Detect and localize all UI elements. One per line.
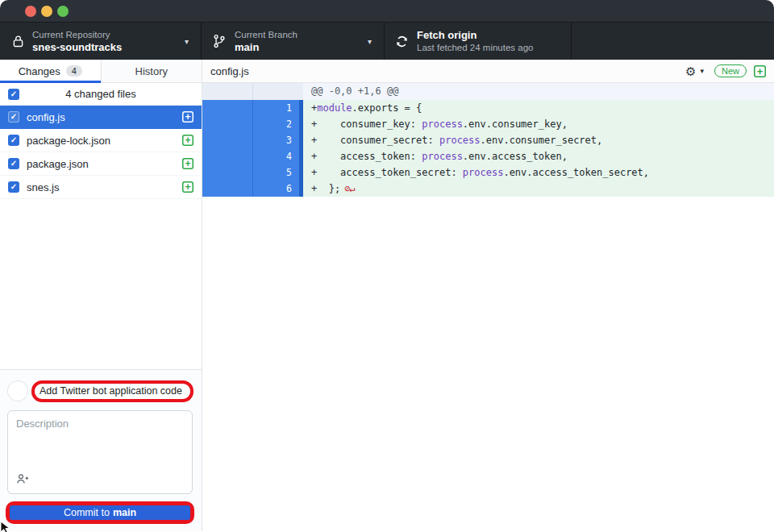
commit-summary-input[interactable] bbox=[35, 385, 190, 397]
sidebar: Changes 4 History ✓ 4 changed files ✓ co… bbox=[0, 60, 202, 531]
file-checkbox[interactable]: ✓ bbox=[8, 135, 19, 146]
diff-line-gutter[interactable]: 3 bbox=[202, 132, 303, 148]
file-name: snes.js bbox=[27, 181, 175, 193]
diff-line-gutter[interactable]: 1 bbox=[202, 100, 303, 116]
file-checkbox[interactable]: ✓ bbox=[8, 181, 19, 193]
checkmark-icon: ✓ bbox=[10, 160, 17, 168]
sidebar-tabs: Changes 4 History bbox=[0, 60, 202, 83]
commit-button-label: Commit to bbox=[64, 507, 110, 518]
changes-count-badge: 4 bbox=[66, 65, 82, 77]
files-header: ✓ 4 changed files bbox=[0, 83, 202, 106]
select-all-checkbox[interactable]: ✓ bbox=[8, 89, 19, 100]
repository-name: snes-soundtracks bbox=[32, 41, 185, 53]
diff-line-code: + consumer_key: process.env.consumer_key… bbox=[303, 116, 774, 132]
annotation-highlight-commit-button: Commit to main bbox=[6, 501, 194, 524]
commit-button-branch: main bbox=[113, 507, 136, 518]
line-number: 1 bbox=[253, 100, 299, 116]
diff-line-gutter[interactable]: 2 bbox=[202, 116, 303, 132]
tab-history[interactable]: History bbox=[101, 60, 202, 82]
zoom-button[interactable] bbox=[57, 6, 69, 17]
diff-line-code: +module.exports = { bbox=[303, 100, 774, 116]
toolbar: Current Repository snes-soundtracks ▾ Cu… bbox=[0, 23, 774, 60]
hunk-header-row: @@ -0,0 +1,6 @@ bbox=[202, 83, 774, 100]
file-row[interactable]: ✓ package-lock.json + bbox=[0, 129, 202, 152]
file-status-added-icon: + bbox=[182, 158, 194, 169]
file-tabbar: config.js ⚙ ▾ New + bbox=[202, 60, 774, 83]
diff-line-gutter[interactable]: 5 bbox=[202, 164, 303, 181]
line-number: 3 bbox=[253, 132, 299, 148]
avatar bbox=[7, 380, 28, 401]
diff-options-button[interactable]: ⚙ ▾ bbox=[685, 65, 704, 77]
diff-lines: 1 +module.exports = { 2 + consumer_key: … bbox=[202, 100, 774, 197]
fetch-origin-button[interactable]: Fetch origin Last fetched 24 minutes ago bbox=[385, 23, 572, 60]
content: Changes 4 History ✓ 4 changed files ✓ co… bbox=[0, 60, 774, 531]
diff-line-code: + access_token_secret: process.env.acces… bbox=[303, 164, 774, 181]
tab-changes[interactable]: Changes 4 bbox=[0, 60, 101, 82]
line-number: 5 bbox=[253, 164, 299, 181]
commit-description-box bbox=[7, 410, 193, 494]
file-name: config.js bbox=[27, 111, 175, 123]
chevron-down-icon: ▾ bbox=[185, 37, 189, 46]
file-name: package.json bbox=[27, 158, 175, 170]
diff-line-gutter[interactable]: 4 bbox=[202, 148, 303, 164]
line-number: 4 bbox=[253, 148, 299, 164]
annotation-highlight-summary bbox=[31, 380, 194, 402]
diff-line: 4 + access_token: process.env.access_tok… bbox=[202, 148, 774, 164]
diff-line-code: + consumer_secret: process.env.consumer_… bbox=[303, 132, 774, 148]
file-name: package-lock.json bbox=[27, 135, 175, 147]
file-row[interactable]: ✓ package.json + bbox=[0, 152, 202, 176]
diff-line: 1 +module.exports = { bbox=[202, 100, 774, 116]
fetch-title: Fetch origin bbox=[417, 29, 571, 41]
file-row[interactable]: ✓ snes.js + bbox=[0, 176, 202, 199]
summary-row bbox=[0, 380, 202, 402]
new-badge: New bbox=[714, 64, 747, 77]
close-button[interactable] bbox=[25, 6, 36, 17]
mouse-cursor bbox=[0, 521, 13, 532]
main-pane: config.js ⚙ ▾ New + @@ -0,0 +1,6 @@ 1 +m… bbox=[202, 60, 774, 531]
repository-label: Current Repository bbox=[32, 30, 185, 39]
diff-line-code: + access_token: process.env.access_token… bbox=[303, 148, 774, 164]
minimize-button[interactable] bbox=[41, 6, 52, 17]
file-checkbox[interactable]: ✓ bbox=[8, 158, 19, 169]
diff-line-code: + };⊘↵ bbox=[303, 181, 774, 197]
commit-description-input[interactable] bbox=[8, 411, 192, 476]
diff-line-gutter[interactable]: 6 bbox=[202, 181, 303, 197]
tab-history-label: History bbox=[135, 65, 168, 77]
repository-picker[interactable]: Current Repository snes-soundtracks ▾ bbox=[0, 23, 202, 60]
checkmark-icon: ✓ bbox=[10, 90, 17, 98]
file-status-added-icon: + bbox=[182, 135, 194, 146]
person-add-icon[interactable] bbox=[16, 473, 30, 488]
commit-panel: Commit to main bbox=[0, 369, 202, 531]
file-list: ✓ config.js + ✓ package-lock.json + ✓ pa… bbox=[0, 106, 202, 199]
commit-button[interactable]: Commit to main bbox=[10, 505, 190, 520]
branch-label: Current Branch bbox=[235, 30, 368, 39]
line-number: 2 bbox=[253, 116, 299, 132]
diff-line: 2 + consumer_key: process.env.consumer_k… bbox=[202, 116, 774, 132]
checkmark-icon: ✓ bbox=[10, 183, 17, 191]
line-number: 6 bbox=[253, 181, 299, 197]
lock-icon bbox=[12, 35, 24, 48]
gear-icon: ⚙ bbox=[685, 65, 696, 77]
diff-line: 6 + };⊘↵ bbox=[202, 181, 774, 197]
titlebar bbox=[0, 0, 774, 23]
diff-view: @@ -0,0 +1,6 @@ 1 +module.exports = { 2 … bbox=[202, 83, 774, 531]
hunk-gutter bbox=[202, 83, 303, 100]
app-window: Current Repository snes-soundtracks ▾ Cu… bbox=[0, 0, 774, 532]
plus-square-icon[interactable]: + bbox=[754, 65, 766, 77]
git-branch-icon bbox=[212, 34, 227, 48]
file-checkbox[interactable]: ✓ bbox=[8, 111, 19, 123]
hunk-header-text: @@ -0,0 +1,6 @@ bbox=[303, 83, 774, 100]
diff-line: 3 + consumer_secret: process.env.consume… bbox=[202, 132, 774, 148]
file-list-empty-area bbox=[0, 199, 202, 369]
changed-files-count: 4 changed files bbox=[0, 88, 202, 100]
checkmark-icon: ✓ bbox=[10, 136, 17, 144]
file-row[interactable]: ✓ config.js + bbox=[0, 106, 202, 129]
branch-picker[interactable]: Current Branch main ▾ bbox=[202, 23, 385, 60]
file-tab-config-js[interactable]: config.js bbox=[210, 65, 249, 77]
tab-changes-label: Changes bbox=[19, 65, 60, 77]
checkmark-icon: ✓ bbox=[10, 113, 17, 121]
chevron-down-icon: ▾ bbox=[700, 67, 704, 75]
toolbar-empty-area bbox=[572, 23, 774, 60]
chevron-down-icon: ▾ bbox=[368, 37, 372, 46]
fetch-subtitle: Last fetched 24 minutes ago bbox=[417, 43, 571, 52]
